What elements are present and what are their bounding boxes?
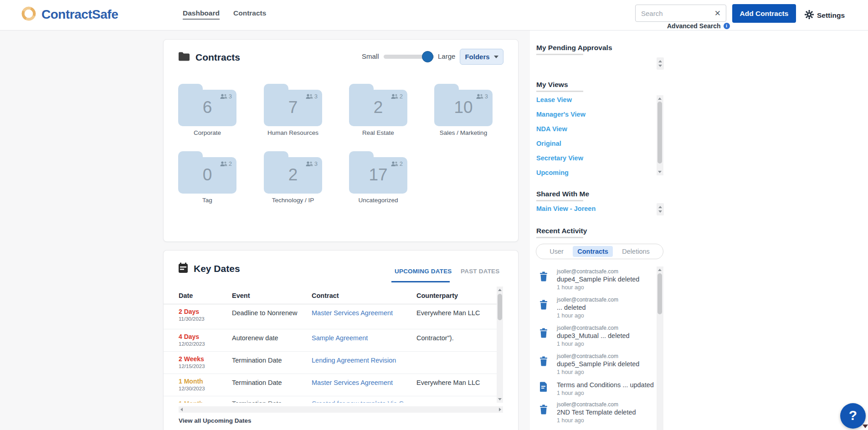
folder-icon bbox=[178, 51, 190, 63]
contractsafe-logo-icon bbox=[20, 5, 37, 24]
tab-upcoming-dates[interactable]: UPCOMING DATES bbox=[395, 268, 452, 275]
view-link-nda[interactable]: NDA View bbox=[536, 125, 567, 133]
key-dates-table-header: Date Event Contract Counterparty bbox=[164, 292, 497, 304]
contract-link[interactable]: Lending Agreement Revision bbox=[312, 357, 396, 364]
folder-tile-tag[interactable]: 2 0 Tag bbox=[178, 151, 236, 202]
folder-tile-sales-marketing[interactable]: 3 10 Sales / Marketing bbox=[434, 84, 493, 135]
brand-name: ContractSafe bbox=[41, 7, 118, 22]
folder-size-slider-group: Small Large Folders bbox=[362, 48, 503, 66]
folder-count: 7 bbox=[264, 98, 322, 117]
active-tab-underline bbox=[391, 281, 450, 282]
folder-count: 10 bbox=[434, 98, 493, 117]
view-all-upcoming-dates-link[interactable]: View all Upcoming Dates bbox=[179, 417, 252, 424]
key-date-row: 2 Weeks12/15/2023 Termination Date Lendi… bbox=[164, 352, 497, 374]
search-clear-icon[interactable]: ✕ bbox=[714, 9, 721, 18]
contract-link[interactable]: Master Services Agreement bbox=[312, 379, 393, 386]
brand-logo[interactable]: ContractSafe bbox=[20, 5, 118, 24]
add-contracts-button[interactable]: Add Contracts bbox=[732, 4, 796, 23]
activity-text[interactable]: dupe3_Mutual ... deleted bbox=[557, 332, 655, 340]
activity-tab-user[interactable]: User bbox=[545, 246, 568, 257]
gear-icon bbox=[805, 10, 814, 21]
advanced-search-link[interactable]: Advanced Search i bbox=[667, 22, 730, 30]
contract-link[interactable]: Created for new template Via C bbox=[312, 400, 404, 403]
shared-views-scroller[interactable] bbox=[657, 203, 664, 215]
slider-large-label: Large bbox=[438, 52, 455, 60]
activity-text[interactable]: dupe5_Sample Pink deleted bbox=[557, 360, 655, 369]
activity-text[interactable]: ... deleted bbox=[557, 303, 655, 312]
trash-icon bbox=[539, 355, 548, 368]
tab-past-dates[interactable]: PAST DATES bbox=[461, 268, 500, 275]
folder-tile-uncategorized[interactable]: 2 17 Uncategorized bbox=[349, 151, 407, 202]
top-nav-bar: ContractSafe Dashboard Contracts ✕ Add C… bbox=[0, 0, 868, 31]
contracts-card: Contracts Small Large Folders 3 6 Corpor… bbox=[163, 39, 519, 242]
key-dates-table-body: 2 Days11/30/2023 Deadline to Nonrenew Ma… bbox=[164, 304, 497, 403]
shared-view-link[interactable]: Main View - Joreen bbox=[536, 205, 596, 212]
folder-tile-real-estate[interactable]: 2 2 Real Estate bbox=[349, 84, 407, 135]
view-link-lease[interactable]: Lease View bbox=[536, 96, 572, 103]
shared-with-me-heading: Shared With Me bbox=[536, 190, 589, 198]
trash-icon bbox=[539, 404, 548, 416]
activity-text[interactable]: Terms and Conditions ... updated bbox=[557, 381, 655, 389]
nav-item-contracts[interactable]: Contracts bbox=[233, 9, 266, 17]
help-button[interactable]: ? bbox=[840, 403, 866, 429]
page-scroll-down-icon[interactable] bbox=[863, 425, 868, 428]
activity-scrollbar[interactable] bbox=[657, 266, 663, 430]
pending-approvals-heading: My Pending Approvals bbox=[536, 44, 612, 52]
activity-text[interactable]: dupe4_Sample Pink deleted bbox=[557, 275, 655, 284]
folder-label: Tag bbox=[169, 197, 246, 204]
key-date-row: 1 Month12/30/2023 Termination Date Maste… bbox=[164, 374, 497, 396]
nav-item-dashboard[interactable]: Dashboard bbox=[183, 9, 220, 20]
key-dates-title: Key Dates bbox=[194, 263, 240, 274]
recent-activity-tabs: User Contracts Deletions bbox=[536, 244, 663, 259]
key-dates-card: Key Dates UPCOMING DATES PAST DATES Date… bbox=[163, 250, 519, 430]
view-link-managers[interactable]: Manager's View bbox=[536, 111, 586, 118]
key-date-row: 2 Days11/30/2023 Deadline to Nonrenew Ma… bbox=[164, 304, 497, 329]
folder-label: Technology / IP bbox=[254, 197, 332, 204]
info-icon[interactable]: i bbox=[724, 23, 730, 29]
document-icon bbox=[539, 382, 548, 394]
folder-count: 17 bbox=[349, 165, 407, 184]
contracts-card-title: Contracts bbox=[195, 52, 240, 63]
view-link-secretary[interactable]: Secretary View bbox=[536, 154, 583, 162]
folder-label: Corporate bbox=[169, 129, 246, 136]
settings-label: Settings bbox=[817, 11, 845, 20]
search-input[interactable] bbox=[641, 5, 709, 21]
slider-small-label: Small bbox=[362, 52, 379, 60]
table-horizontal-scrollbar[interactable] bbox=[179, 406, 503, 413]
folder-label: Uncategorized bbox=[339, 197, 417, 204]
recent-activity-heading: Recent Activity bbox=[536, 227, 587, 235]
folder-tile-human-resources[interactable]: 3 7 Human Resources bbox=[264, 84, 322, 135]
folder-tile-corporate[interactable]: 3 6 Corporate bbox=[178, 84, 236, 135]
folder-count: 2 bbox=[264, 165, 322, 184]
key-date-row-clipped: 1 Month Termination Date Created for new… bbox=[164, 396, 497, 403]
trash-icon bbox=[539, 299, 548, 312]
settings-button[interactable]: Settings bbox=[805, 10, 845, 21]
folder-count: 0 bbox=[178, 165, 236, 184]
folder-label: Human Resources bbox=[254, 129, 332, 136]
folder-count: 2 bbox=[349, 98, 407, 117]
folder-tile-technology-ip[interactable]: 3 2 Technology / IP bbox=[264, 151, 322, 202]
table-vertical-scrollbar[interactable] bbox=[497, 287, 503, 403]
folders-dropdown-button[interactable]: Folders bbox=[460, 49, 503, 65]
activity-text[interactable]: 2ND Test Template deleted bbox=[557, 408, 655, 417]
contract-link[interactable]: Sample Agreement bbox=[312, 334, 368, 342]
folder-label: Real Estate bbox=[339, 129, 417, 136]
view-link-upcoming[interactable]: Upcoming bbox=[536, 169, 569, 176]
chevron-down-icon bbox=[494, 56, 498, 58]
folder-count: 6 bbox=[178, 98, 236, 117]
trash-icon bbox=[539, 271, 548, 283]
activity-tab-deletions[interactable]: Deletions bbox=[617, 246, 654, 257]
my-views-scrollbar[interactable] bbox=[657, 95, 663, 175]
size-slider-thumb[interactable] bbox=[422, 51, 433, 62]
pending-approvals-scroller[interactable] bbox=[657, 57, 664, 70]
folder-label: Sales / Marketing bbox=[425, 129, 502, 136]
trash-icon bbox=[539, 327, 548, 340]
my-views-heading: My Views bbox=[536, 81, 568, 89]
key-date-row: 4 Days12/02/2023 Autorenew date Sample A… bbox=[164, 329, 497, 352]
activity-tab-contracts[interactable]: Contracts bbox=[573, 246, 613, 257]
contract-link[interactable]: Master Services Agreement bbox=[312, 309, 393, 317]
view-link-original[interactable]: Original bbox=[536, 140, 561, 147]
calendar-icon bbox=[178, 262, 188, 275]
global-search: ✕ bbox=[635, 5, 726, 22]
